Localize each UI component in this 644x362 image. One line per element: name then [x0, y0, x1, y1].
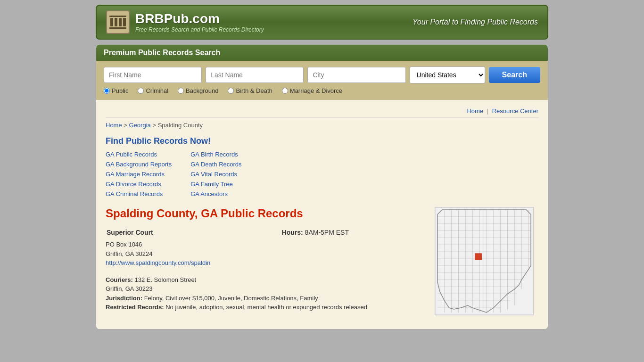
- nav-separator: |: [487, 107, 490, 115]
- portal-tagline: Your Portal to Finding Public Records: [413, 18, 538, 26]
- breadcrumb: Home > Georgia > Spalding County: [106, 122, 538, 129]
- radio-birth-death[interactable]: [228, 88, 234, 94]
- couriers-address: 132 E. Solomon Street: [134, 276, 196, 283]
- logo-icon: [106, 10, 130, 34]
- premium-search-title: Premium Public Records Search: [104, 49, 540, 57]
- search-form-area: United States Search Public Criminal Bac…: [96, 61, 548, 100]
- couriers-line: Couriers: 132 E. Solomon Street: [106, 275, 425, 285]
- search-button[interactable]: Search: [489, 67, 540, 83]
- superior-court-block: Superior Court Hours: 8AM-5PM EST PO Box…: [106, 228, 425, 312]
- radio-marriage[interactable]: [282, 88, 288, 94]
- breadcrumb-sep2: >: [152, 122, 157, 129]
- main-wrapper: Premium Public Records Search United Sta…: [96, 44, 548, 329]
- breadcrumb-home[interactable]: Home: [106, 122, 122, 129]
- county-title: Spalding County, GA Public Records: [106, 207, 425, 220]
- find-records: Find Public Records Now! GA Public Recor…: [106, 136, 538, 197]
- hours-label: Hours:: [282, 229, 303, 236]
- hours-value: 8AM-5PM EST: [305, 229, 349, 236]
- map-area: [435, 207, 538, 320]
- link-ga-family-tree[interactable]: GA Family Tree: [190, 181, 241, 188]
- search-inputs: United States Search: [104, 66, 540, 83]
- link-ga-background-reports[interactable]: GA Background Reports: [106, 161, 172, 168]
- radio-label-birth-death[interactable]: Birth & Death: [228, 87, 272, 94]
- site-header: BRBPub.com Free Records Search and Publi…: [96, 5, 548, 40]
- website-link[interactable]: http://www.spaldingcounty.com/spaldin: [106, 259, 210, 266]
- records-links: GA Public Records GA Background Reports …: [106, 151, 538, 197]
- link-ga-public-records[interactable]: GA Public Records: [106, 151, 172, 158]
- radio-criminal-label: Criminal: [146, 87, 168, 94]
- restricted-line: Restricted Records: No juvenile, adoptio…: [106, 303, 425, 312]
- city-input[interactable]: [307, 67, 405, 83]
- last-name-input[interactable]: [206, 67, 304, 83]
- breadcrumb-georgia[interactable]: Georgia: [129, 122, 151, 129]
- find-records-heading: Find Public Records Now!: [106, 136, 538, 146]
- link-ga-birth-records[interactable]: GA Birth Records: [190, 151, 241, 158]
- radio-public-label: Public: [112, 87, 128, 94]
- search-radios: Public Criminal Background Birth & Death…: [104, 87, 540, 94]
- premium-bar: Premium Public Records Search: [96, 45, 548, 61]
- radio-criminal[interactable]: [138, 88, 144, 94]
- content-area: Home | Resource Center Home > Georgia > …: [96, 100, 548, 329]
- radio-birth-death-label: Birth & Death: [236, 87, 272, 94]
- radio-background-label: Background: [186, 87, 218, 94]
- georgia-map: [435, 207, 534, 315]
- link-ga-marriage-records[interactable]: GA Marriage Records: [106, 171, 172, 178]
- site-tagline: Free Records Search and Public Records D…: [135, 26, 264, 33]
- county-section: Spalding County, GA Public Records Super…: [106, 207, 538, 320]
- couriers-city: Griffin, GA 30223: [106, 284, 425, 294]
- link-ga-ancestors[interactable]: GA Ancestors: [190, 190, 241, 197]
- top-nav: Home | Resource Center: [106, 105, 538, 118]
- radio-marriage-label: Marriage & Divorce: [290, 87, 342, 94]
- svg-rect-29: [475, 253, 482, 260]
- radio-label-background[interactable]: Background: [178, 87, 218, 94]
- site-name-heading: BRBPub.com: [135, 11, 264, 26]
- address-line1: PO Box 1046: [106, 240, 425, 249]
- records-right-col: GA Birth Records GA Death Records GA Vit…: [190, 151, 241, 197]
- breadcrumb-sep1: >: [124, 122, 129, 129]
- site-title: BRBPub.com Free Records Search and Publi…: [135, 11, 264, 33]
- records-left-col: GA Public Records GA Background Reports …: [106, 151, 172, 197]
- breadcrumb-current: Spalding County: [158, 122, 203, 129]
- nav-resource-center-link[interactable]: Resource Center: [492, 107, 538, 115]
- radio-label-marriage[interactable]: Marriage & Divorce: [282, 87, 342, 94]
- country-select[interactable]: United States: [410, 66, 485, 83]
- radio-label-public[interactable]: Public: [104, 87, 128, 94]
- restricted-label: Restricted Records:: [106, 304, 164, 311]
- superior-court-name: Superior Court: [107, 229, 153, 236]
- address-line2: Griffin, GA 30224: [106, 249, 425, 259]
- radio-background[interactable]: [178, 88, 184, 94]
- logo-area: BRBPub.com Free Records Search and Publi…: [106, 10, 264, 34]
- link-ga-death-records[interactable]: GA Death Records: [190, 161, 241, 168]
- couriers-label: Couriers:: [106, 276, 133, 283]
- jurisdiction-value: Felony, Civil over $15,000, Juvenile, Do…: [144, 295, 318, 302]
- link-ga-vital-records[interactable]: GA Vital Records: [190, 171, 241, 178]
- jurisdiction-label: Jurisdiction:: [106, 295, 142, 302]
- jurisdiction-line: Jurisdiction: Felony, Civil over $15,000…: [106, 294, 425, 303]
- radio-label-criminal[interactable]: Criminal: [138, 87, 168, 94]
- nav-home-link[interactable]: Home: [467, 107, 483, 115]
- svg-rect-0: [435, 207, 533, 315]
- link-ga-criminal-records[interactable]: GA Criminal Records: [106, 190, 172, 197]
- first-name-input[interactable]: [104, 67, 202, 83]
- radio-public[interactable]: [104, 88, 110, 94]
- restricted-value: No juvenile, adoption, sexual, mental he…: [165, 304, 367, 311]
- link-ga-divorce-records[interactable]: GA Divorce Records: [106, 181, 172, 188]
- county-info: Spalding County, GA Public Records Super…: [106, 207, 425, 320]
